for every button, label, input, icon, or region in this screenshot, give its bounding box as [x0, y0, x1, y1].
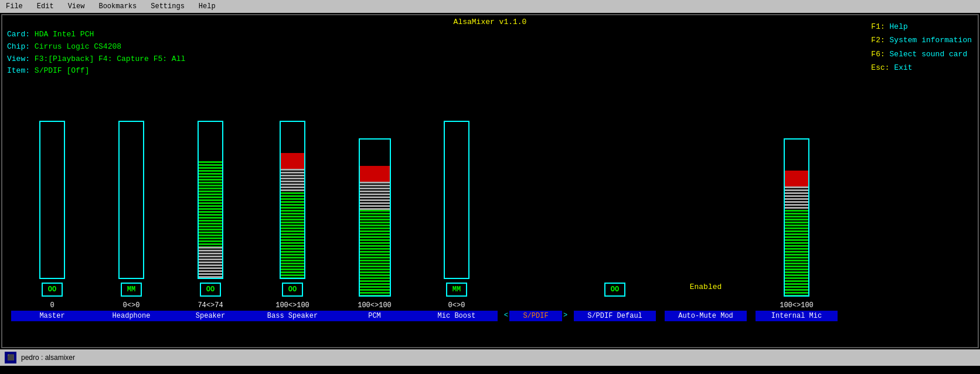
f2-key: F2: — [871, 36, 884, 45]
master-value: 0 — [50, 301, 54, 310]
chip-value: Cirrus Logic CS4208 — [35, 42, 121, 51]
shortcut-f1: F1: Help — [871, 20, 972, 33]
f6-key: F6: — [871, 50, 884, 59]
spdif-default-fader: OO — [602, 121, 628, 297]
master-fader-box — [39, 121, 65, 279]
app-title: AlsaMixer v1.1.0 — [2, 15, 978, 28]
spdif-default-mute[interactable]: OO — [604, 283, 625, 297]
bass-speaker-mute[interactable]: OO — [282, 283, 303, 297]
enabled-text: Enabled — [690, 283, 722, 297]
internal-mic-value: 100<>100 — [780, 301, 814, 310]
mic-boost-mute[interactable]: MM — [446, 283, 467, 297]
menu-file[interactable]: File — [2, 1, 26, 12]
shortcut-f6: F6: Select sound card — [871, 47, 972, 61]
channel-master[interactable]: OO 0 Master — [14, 121, 90, 321]
mic-boost-label[interactable]: Mic Boost — [416, 311, 498, 321]
status-bar: ⬛ pedro : alsamixer — [0, 349, 980, 366]
keyboard-shortcuts: F1: Help F2: System information F6: Sele… — [871, 20, 972, 75]
auto-mute-fader: Enabled — [690, 121, 722, 297]
terminal-window: AlsaMixer v1.1.0 Card: HDA Intel PCH Chi… — [1, 14, 979, 348]
chip-label: Chip: — [7, 42, 30, 51]
speaker-mute[interactable]: OO — [200, 283, 221, 297]
card-label: Card: — [7, 30, 30, 39]
speaker-fader: OO — [198, 121, 223, 297]
menu-bookmarks[interactable]: Bookmarks — [95, 1, 140, 12]
headphone-fader: MM — [118, 121, 144, 297]
item-info: Item: S/PDIF [Off] — [7, 65, 973, 77]
spdif-fader — [523, 138, 549, 297]
item-label: Item: — [7, 66, 30, 75]
master-fader: OO — [39, 121, 65, 297]
item-value: S/PDIF [Off] — [35, 66, 90, 75]
esc-label: Exit — [894, 63, 912, 72]
headphone-label[interactable]: Headphone — [90, 311, 172, 321]
menu-edit[interactable]: Edit — [33, 1, 57, 12]
f1-key: F1: — [871, 22, 884, 31]
channel-mic-boost[interactable]: MM 0<>0 Mic Boost — [413, 121, 501, 321]
mic-boost-fader: MM — [444, 121, 469, 297]
chip-info: Chip: Cirrus Logic CS4208 — [7, 41, 973, 53]
auto-mute-value — [703, 301, 707, 310]
info-section: Card: HDA Intel PCH Chip: Cirrus Logic C… — [2, 28, 978, 79]
menu-view[interactable]: View — [64, 1, 89, 12]
pcm-fader — [359, 138, 391, 297]
headphone-mute[interactable]: MM — [121, 283, 142, 297]
channel-bass-speaker[interactable]: OO 100<>100 Bass Speaker — [249, 121, 336, 321]
mic-boost-fader-box — [444, 121, 469, 279]
channel-auto-mute[interactable]: Enabled Auto-Mute Mod — [659, 121, 753, 321]
channel-speaker[interactable]: OO 74<>74 Speaker — [172, 121, 249, 321]
headphone-value: 0<>0 — [123, 301, 140, 310]
bass-speaker-label[interactable]: Bass Speaker — [251, 311, 334, 321]
auto-mute-label[interactable]: Auto-Mute Mod — [665, 311, 747, 321]
channel-internal-mic[interactable]: 100<>100 Internal Mic — [753, 138, 841, 321]
shortcut-esc: Esc: Exit — [871, 61, 972, 74]
mic-boost-value: 0<>0 — [448, 301, 465, 310]
menu-bar: File Edit View Bookmarks Settings Help — [0, 0, 980, 13]
channels-area: OO 0 Master MM 0<>0 Headphone OO — [2, 97, 978, 321]
terminal-icon: ⬛ — [5, 352, 16, 363]
card-info: Card: HDA Intel PCH — [7, 29, 973, 41]
bass-speaker-value: 100<>100 — [275, 301, 309, 310]
esc-key: Esc: — [871, 63, 889, 72]
speaker-fader-box — [198, 121, 223, 279]
card-value: HDA Intel PCH — [35, 30, 94, 39]
internal-mic-fader — [784, 138, 809, 297]
internal-mic-fader-box — [784, 138, 809, 297]
channel-headphone[interactable]: MM 0<>0 Headphone — [90, 121, 172, 321]
pcm-label[interactable]: PCM — [334, 311, 416, 321]
spdif-value — [533, 301, 537, 310]
spdif-default-label[interactable]: S/PDIF Defaul — [574, 311, 656, 321]
f2-label: System information — [890, 36, 972, 45]
channel-pcm[interactable]: 100<>100 PCM — [336, 138, 413, 321]
status-title: pedro : alsamixer — [21, 353, 75, 362]
f1-label: Help — [890, 22, 908, 31]
bass-speaker-fader: OO — [280, 121, 305, 297]
spdif-label[interactable]: S/PDIF — [509, 311, 562, 321]
menu-help[interactable]: Help — [195, 1, 219, 12]
speaker-value: 74<>74 — [198, 301, 223, 310]
spdif-arrow-left: < — [504, 311, 508, 319]
view-info: View: F3:[Playback] F4: Capture F5: All — [7, 53, 973, 66]
view-label: View: — [7, 55, 30, 63]
channel-spdif[interactable]: < S/PDIF > — [501, 138, 571, 321]
speaker-label[interactable]: Speaker — [169, 311, 251, 321]
internal-mic-label[interactable]: Internal Mic — [756, 311, 838, 321]
shortcut-f2: F2: System information — [871, 33, 972, 47]
spdif-default-value — [612, 301, 617, 310]
spdif-arrow-right: > — [563, 311, 567, 319]
pcm-fader-box — [359, 138, 391, 297]
channel-spdif-default[interactable]: OO S/PDIF Defaul — [571, 121, 659, 321]
headphone-fader-box — [118, 121, 144, 279]
bass-speaker-fader-box — [280, 121, 305, 279]
master-label[interactable]: Master — [11, 311, 93, 321]
master-mute[interactable]: OO — [42, 283, 63, 297]
f6-label: Select sound card — [890, 50, 968, 59]
view-value: F3:[Playback] F4: Capture F5: All — [35, 55, 185, 63]
pcm-value: 100<>100 — [358, 301, 392, 310]
menu-settings[interactable]: Settings — [147, 1, 188, 12]
